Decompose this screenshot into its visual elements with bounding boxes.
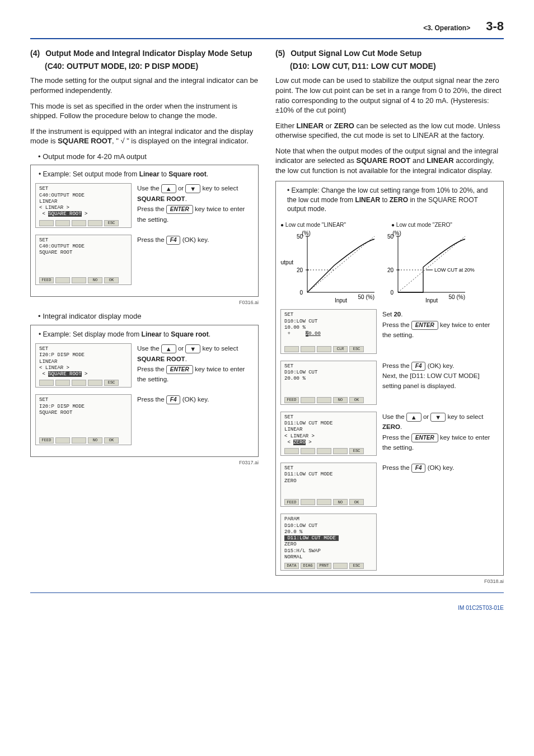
paragraph: If the instrument is equipped with an in…: [30, 127, 259, 146]
enter-key-icon: ENTER: [166, 205, 193, 214]
instruction-text: Use the ▲ or ▼ key to select SQUARE ROOT…: [137, 343, 254, 385]
low-cut-graphs: 50 20 0 (%) Output Input 50 (%) 50 20 0 …: [280, 231, 493, 309]
lcd-panel: SET I20:P DISP MODE SQUARE ROOT FEEDNOOK: [35, 394, 132, 445]
section-title: Output Signal Low Cut Mode Setup: [291, 48, 421, 59]
figure-code: F0318.ai: [275, 578, 504, 585]
svg-text:50 (%): 50 (%): [449, 294, 465, 300]
instruction-text: Set 20. Press the ENTER key twice to ent…: [382, 309, 499, 340]
up-key-icon: ▲: [161, 184, 176, 193]
paragraph: This mode is set as specified in the ord…: [30, 101, 259, 121]
svg-text:0: 0: [390, 290, 394, 296]
instruction-text: Press the F4 (OK) key.: [137, 235, 254, 245]
paragraph: Either LINEAR or ZERO can be selected as…: [275, 121, 504, 141]
section-number: (5): [275, 48, 285, 59]
example-title: • Example: Change the low cut setting ra…: [284, 186, 499, 217]
svg-text:0: 0: [299, 290, 303, 296]
instruction-text: Press the F4 (OK) key. Next, the [D11: L…: [382, 361, 499, 391]
down-key-icon: ▼: [430, 413, 446, 422]
section-5-subheading: (D10: LOW CUT, D11: LOW CUT MODE): [290, 61, 504, 72]
svg-text:Input: Input: [335, 297, 347, 304]
figure-code: F0317.ai: [30, 459, 259, 466]
bullet-display-mode: • Integral indicator display mode: [38, 311, 259, 321]
footer-rule: [30, 592, 504, 593]
document-footer: IM 01C25T03-01E: [30, 604, 504, 612]
figure-f0317: • Example: Set display mode from Linear …: [30, 325, 259, 457]
lcd-panel: SET D11:LOW CUT MODE ZERO FEEDNOOK: [280, 463, 377, 507]
svg-text:LOW CUT at 20%: LOW CUT at 20%: [434, 267, 475, 273]
svg-text:(%): (%): [392, 231, 401, 236]
figure-f0318: • Example: Change the low cut setting ra…: [275, 181, 504, 576]
down-key-icon: ▼: [185, 344, 200, 353]
columns: (4) Output Mode and Integral Indicator D…: [30, 48, 504, 591]
left-column: (4) Output Mode and Integral Indicator D…: [30, 48, 259, 591]
page-header: <3. Operation> 3-8: [30, 18, 504, 35]
graph-zero-label: ● Low cut mode "ZERO": [391, 221, 499, 229]
svg-text:20: 20: [297, 267, 303, 273]
down-key-icon: ▼: [185, 184, 200, 193]
header-rule: [30, 38, 504, 39]
figure-f0316: • Example: Set output mode from Linear t…: [30, 165, 259, 297]
instruction-text: Press the F4 (OK) key.: [382, 463, 499, 473]
lcd-panel: SET D10:LOW CUT 10.00 % + 20.00 CLRESC: [280, 309, 377, 353]
lcd-panel: SET C40:OUTPUT MODE SQUARE ROOT FEEDNOOK: [35, 235, 132, 286]
figure-code: F0316.ai: [30, 299, 259, 306]
chapter-label: <3. Operation>: [423, 24, 470, 32]
paragraph: Low cut mode can be used to stabilize th…: [275, 76, 504, 115]
instruction-text: Press the F4 (OK) key.: [137, 394, 254, 404]
instruction-text: Use the ▲ or ▼ key to select ZERO. Press…: [382, 412, 499, 453]
f4-key-icon: F4: [411, 362, 426, 371]
f4-key-icon: F4: [411, 464, 426, 473]
section-4-subheading: (C40: OUTPUT MODE, I20: P DISP MODE): [45, 61, 259, 72]
enter-key-icon: ENTER: [166, 365, 193, 374]
lcd-panel: PARAM D10:LOW CUT 20.0 % D11:LOW CUT MOD…: [280, 514, 377, 571]
lcd-panel: SET I20:P DISP MODE LINEAR < LINEAR > < …: [35, 343, 132, 388]
section-5-heading: (5) Output Signal Low Cut Mode Setup: [275, 48, 504, 59]
up-key-icon: ▲: [161, 344, 176, 353]
svg-line-15: [398, 236, 465, 292]
lcd-panel: SET D11:LOW CUT MODE LINEAR < LINEAR > <…: [280, 412, 377, 456]
lcd-panel: SET C40:OUTPUT MODE LINEAR < LINEAR > < …: [35, 183, 132, 227]
lcd-panel: SET D10:LOW CUT 20.00 % FEEDNOOK: [280, 361, 377, 405]
graph-linear-label: ● Low cut mode "LINEAR": [280, 221, 388, 229]
paragraph: Note that when the output modes of the o…: [275, 146, 504, 176]
svg-text:(%): (%): [302, 231, 311, 236]
enter-key-icon: ENTER: [411, 433, 438, 442]
section-title: Output Mode and Integral Indicator Displ…: [45, 48, 252, 59]
enter-key-icon: ENTER: [411, 321, 438, 330]
f4-key-icon: F4: [166, 395, 181, 404]
svg-text:Input: Input: [425, 297, 438, 304]
f4-key-icon: F4: [166, 236, 181, 245]
page-number: 3-8: [486, 18, 504, 35]
svg-text:20: 20: [387, 267, 394, 273]
paragraph: The mode setting for the output signal a…: [30, 76, 259, 95]
instruction-text: Use the ▲ or ▼ key to select SQUARE ROOT…: [137, 183, 254, 225]
bullet-output-mode: • Output mode for 4-20 mA output: [38, 152, 259, 162]
right-column: (5) Output Signal Low Cut Mode Setup (D1…: [275, 48, 504, 591]
section-number: (4): [30, 48, 40, 59]
svg-line-2: [307, 236, 374, 292]
up-key-icon: ▲: [406, 413, 421, 422]
section-4-heading: (4) Output Mode and Integral Indicator D…: [30, 48, 259, 59]
svg-text:Output: Output: [280, 259, 293, 265]
example-title: • Example: Set display mode from Linear …: [39, 330, 254, 339]
example-title: • Example: Set output mode from Linear t…: [39, 170, 254, 179]
svg-text:50 (%): 50 (%): [358, 294, 374, 300]
